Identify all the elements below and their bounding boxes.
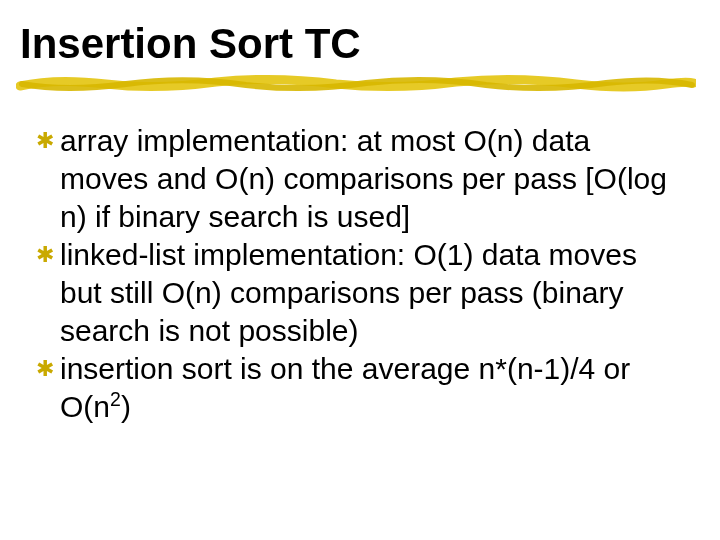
list-item: ✱ array implementation: at most O(n) dat… [40,122,680,236]
list-item: ✱ linked-list implementation: O(1) data … [40,236,680,350]
title-underline [16,72,696,94]
bullet-list: ✱ array implementation: at most O(n) dat… [40,122,680,426]
bullet-text: linked-list implementation: O(1) data mo… [60,236,680,350]
slide: Insertion Sort TC ✱ array implementation… [0,0,720,540]
bullet-text: insertion sort is on the average n*(n-1)… [60,350,680,426]
bullet-icon: ✱ [36,122,54,160]
list-item: ✱ insertion sort is on the average n*(n-… [40,350,680,426]
bullet-icon: ✱ [36,350,54,388]
bullet-icon: ✱ [36,236,54,274]
bullet-text: array implementation: at most O(n) data … [60,122,680,236]
slide-title: Insertion Sort TC [20,20,680,68]
